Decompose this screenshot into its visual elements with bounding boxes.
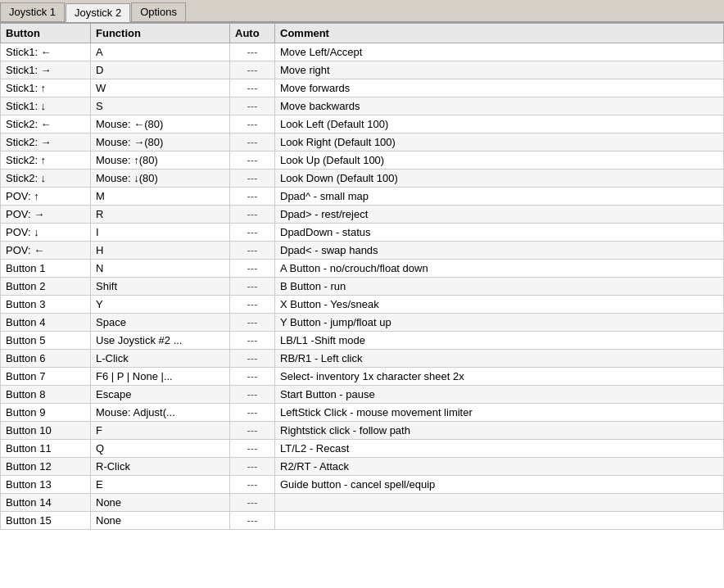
cell-comment: LB/L1 -Shift mode bbox=[275, 332, 724, 350]
cell-comment: Select- inventory 1x character sheet 2x bbox=[275, 368, 724, 386]
table-row: POV: →R---Dpad> - rest/reject bbox=[1, 206, 724, 224]
table-row: Button 8Escape---Start Button - pause bbox=[1, 386, 724, 404]
cell-comment: X Button - Yes/sneak bbox=[275, 296, 724, 314]
cell-auto: --- bbox=[230, 43, 275, 61]
cell-comment: B Button - run bbox=[275, 278, 724, 296]
cell-auto: --- bbox=[230, 458, 275, 476]
cell-comment: Dpad> - rest/reject bbox=[275, 206, 724, 224]
cell-function: Mouse: Adjust(... bbox=[91, 404, 230, 422]
cell-comment: Move Left/Accept bbox=[275, 43, 724, 61]
tab-joystick-1[interactable]: Joystick 1 bbox=[0, 2, 65, 21]
cell-button: Button 6 bbox=[1, 350, 91, 368]
main-window: Joystick 1Joystick 2Options Button Funct… bbox=[0, 0, 724, 588]
cell-comment: R2/RT - Attack bbox=[275, 458, 724, 476]
cell-auto: --- bbox=[230, 133, 275, 152]
cell-auto: --- bbox=[230, 386, 275, 404]
table-row: Button 14None--- bbox=[1, 494, 724, 512]
cell-function: M bbox=[91, 188, 230, 206]
cell-button: Button 15 bbox=[1, 512, 91, 530]
table-row: POV: ↑M---Dpad^ - small map bbox=[1, 188, 724, 206]
cell-button: Button 2 bbox=[1, 278, 91, 296]
cell-comment: Y Button - jump/float up bbox=[275, 314, 724, 332]
cell-auto: --- bbox=[230, 61, 275, 79]
header-function: Function bbox=[91, 24, 230, 43]
table-row: Button 5Use Joystick #2 ...---LB/L1 -Shi… bbox=[1, 332, 724, 350]
cell-button: Stick2: ↓ bbox=[1, 170, 91, 188]
cell-button: Button 4 bbox=[1, 314, 91, 332]
cell-button: Button 13 bbox=[1, 476, 91, 494]
cell-auto: --- bbox=[230, 368, 275, 386]
tab-options[interactable]: Options bbox=[131, 2, 186, 21]
cell-function: W bbox=[91, 79, 230, 97]
cell-function: Q bbox=[91, 440, 230, 458]
cell-function: Space bbox=[91, 314, 230, 332]
table-row: Button 9Mouse: Adjust(...---LeftStick Cl… bbox=[1, 404, 724, 422]
cell-comment: LeftStick Click - mouse movement limiter bbox=[275, 404, 724, 422]
header-button: Button bbox=[1, 24, 91, 43]
cell-comment: DpadDown - status bbox=[275, 224, 724, 242]
cell-comment: Rightstick click - follow path bbox=[275, 422, 724, 440]
tab-joystick-2[interactable]: Joystick 2 bbox=[66, 3, 130, 22]
cell-function: S bbox=[91, 97, 230, 115]
table-row: Stick2: ←Mouse: ←(80)---Look Left (Defau… bbox=[1, 115, 724, 133]
cell-function: E bbox=[91, 476, 230, 494]
cell-comment: Start Button - pause bbox=[275, 386, 724, 404]
cell-function: N bbox=[91, 260, 230, 278]
cell-auto: --- bbox=[230, 188, 275, 206]
cell-auto: --- bbox=[230, 422, 275, 440]
cell-auto: --- bbox=[230, 97, 275, 115]
table-row: Stick1: ↓S---Move backwards bbox=[1, 97, 724, 115]
header-auto: Auto bbox=[230, 24, 275, 43]
cell-comment: Dpad^ - small map bbox=[275, 188, 724, 206]
cell-auto: --- bbox=[230, 296, 275, 314]
table-row: Button 13E---Guide button - cancel spell… bbox=[1, 476, 724, 494]
cell-button: POV: ↑ bbox=[1, 188, 91, 206]
cell-button: Button 10 bbox=[1, 422, 91, 440]
cell-function: Mouse: ↓(80) bbox=[91, 170, 230, 188]
table-row: POV: ←H---Dpad< - swap hands bbox=[1, 242, 724, 260]
cell-button: Stick1: → bbox=[1, 61, 91, 79]
cell-function: Mouse: →(80) bbox=[91, 133, 230, 152]
cell-auto: --- bbox=[230, 332, 275, 350]
cell-auto: --- bbox=[230, 404, 275, 422]
cell-button: Button 1 bbox=[1, 260, 91, 278]
mapping-table: Button Function Auto Comment Stick1: ←A-… bbox=[0, 23, 724, 530]
cell-button: Button 5 bbox=[1, 332, 91, 350]
table-header-row: Button Function Auto Comment bbox=[1, 24, 724, 43]
cell-comment bbox=[275, 512, 724, 530]
cell-function: A bbox=[91, 43, 230, 61]
cell-button: Stick1: ↓ bbox=[1, 97, 91, 115]
cell-auto: --- bbox=[230, 476, 275, 494]
table-row: Stick1: →D---Move right bbox=[1, 61, 724, 79]
cell-function: F bbox=[91, 422, 230, 440]
cell-function: Escape bbox=[91, 386, 230, 404]
cell-auto: --- bbox=[230, 79, 275, 97]
table-row: Button 4Space---Y Button - jump/float up bbox=[1, 314, 724, 332]
cell-function: Shift bbox=[91, 278, 230, 296]
cell-button: Button 3 bbox=[1, 296, 91, 314]
table-row: Stick2: →Mouse: →(80)---Look Right (Defa… bbox=[1, 133, 724, 152]
cell-comment: Look Right (Default 100) bbox=[275, 133, 724, 152]
cell-comment: LT/L2 - Recast bbox=[275, 440, 724, 458]
cell-comment: Look Left (Default 100) bbox=[275, 115, 724, 133]
cell-comment: Look Up (Default 100) bbox=[275, 152, 724, 170]
cell-button: Stick1: ← bbox=[1, 43, 91, 61]
table-row: Stick2: ↓Mouse: ↓(80)---Look Down (Defau… bbox=[1, 170, 724, 188]
cell-function: R-Click bbox=[91, 458, 230, 476]
cell-auto: --- bbox=[230, 260, 275, 278]
cell-function: Y bbox=[91, 296, 230, 314]
cell-auto: --- bbox=[230, 115, 275, 133]
table-row: Button 7F6 | P | None |...---Select- inv… bbox=[1, 368, 724, 386]
table-row: Button 6L-Click---RB/R1 - Left click bbox=[1, 350, 724, 368]
cell-function: None bbox=[91, 512, 230, 530]
tab-bar: Joystick 1Joystick 2Options bbox=[0, 0, 724, 23]
table-row: Button 2Shift---B Button - run bbox=[1, 278, 724, 296]
cell-button: POV: ← bbox=[1, 242, 91, 260]
cell-comment: Move right bbox=[275, 61, 724, 79]
table-content: Button Function Auto Comment Stick1: ←A-… bbox=[0, 23, 724, 588]
cell-function: Mouse: ↑(80) bbox=[91, 152, 230, 170]
table-row: Button 11Q---LT/L2 - Recast bbox=[1, 440, 724, 458]
cell-button: Stick1: ↑ bbox=[1, 79, 91, 97]
table-row: Button 12R-Click---R2/RT - Attack bbox=[1, 458, 724, 476]
cell-button: Stick2: ↑ bbox=[1, 152, 91, 170]
